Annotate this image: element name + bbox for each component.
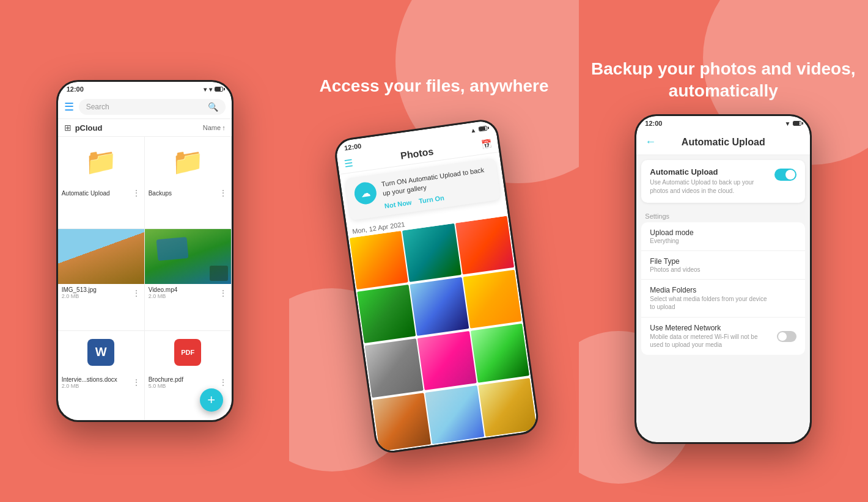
word-icon: W bbox=[87, 339, 114, 366]
search-bar: ☰ Search 🔍 bbox=[58, 95, 232, 119]
settings-metered-value: Mobile data or metered Wi-Fi will not be… bbox=[650, 333, 760, 349]
settings-item-media-folders-left: Media Folders Select what media folders … bbox=[650, 286, 772, 311]
photo-cell-4[interactable] bbox=[357, 285, 416, 343]
photo-cell-7[interactable] bbox=[365, 339, 424, 398]
file-info-word: Intervie...stions.docx 2.0 MB ⋮ bbox=[58, 374, 144, 391]
battery-icon-3 bbox=[793, 121, 801, 126]
photo-grid bbox=[348, 216, 539, 453]
photo-cell-5[interactable] bbox=[410, 277, 469, 336]
more-icon-word[interactable]: ⋮ bbox=[132, 377, 141, 387]
status-bar-3: 12:00 ▼ bbox=[636, 116, 810, 129]
folder-icon-2: 📁 bbox=[172, 147, 204, 176]
file-item-photo-1[interactable]: IMG_513.jpg 2.0 MB ⋮ bbox=[58, 229, 145, 330]
file-details-pdf: Brochure.pdf 5.0 MB bbox=[149, 376, 183, 389]
back-icon[interactable]: ← bbox=[645, 136, 656, 148]
file-size-photo-1: 2.0 MB bbox=[62, 293, 97, 299]
status-bar-1: 12:00 ▾ ▾ bbox=[58, 82, 232, 95]
panel-2-title: Access your files, anywhere bbox=[307, 75, 561, 97]
metered-toggle-knob bbox=[778, 332, 787, 341]
file-header-left: ⊞ pCloud bbox=[64, 123, 103, 133]
file-details-photo-1: IMG_513.jpg 2.0 MB bbox=[62, 286, 97, 299]
panel-backup: Backup your photos and videos, automatic… bbox=[579, 0, 868, 502]
photo-cell-11[interactable] bbox=[425, 385, 484, 444]
battery-icon-2 bbox=[478, 126, 487, 132]
photo-cell-9[interactable] bbox=[471, 324, 529, 382]
more-icon-1[interactable]: ⋮ bbox=[132, 188, 141, 198]
folder-thumb-1: 📁 bbox=[58, 137, 144, 186]
photo-cell-8[interactable] bbox=[417, 332, 476, 390]
settings-file-type-value: Photos and videos bbox=[650, 266, 700, 273]
settings-section-header: Settings bbox=[636, 208, 810, 222]
panel-3-title: Backup your photos and videos, automatic… bbox=[579, 58, 868, 103]
file-size-pdf: 5.0 MB bbox=[149, 383, 183, 389]
phone-mockup-2: 12:00 ▲ ☰ Photos 📅 ☁ bbox=[333, 118, 540, 456]
photo-cell-12[interactable] bbox=[478, 378, 537, 437]
settings-media-folders-value: Select what media folders from your devi… bbox=[650, 295, 772, 311]
file-details-word: Intervie...stions.docx 2.0 MB bbox=[62, 376, 117, 389]
file-details-1: Automatic Upload bbox=[62, 190, 110, 197]
brand-name: pCloud bbox=[75, 123, 103, 133]
panel-file-browser: 12:00 ▾ ▾ ☰ Search 🔍 bbox=[0, 0, 289, 502]
status-icons-2: ▲ bbox=[470, 125, 488, 134]
word-thumb: W bbox=[58, 331, 144, 374]
photo-cell-10[interactable] bbox=[372, 393, 431, 451]
upload-prompt-content: Turn ON Automatic Upload to back up your… bbox=[381, 165, 493, 209]
settings-item-metered[interactable]: Use Metered Network Mobile data or meter… bbox=[641, 318, 805, 355]
file-name-photo-1: IMG_513.jpg bbox=[62, 286, 97, 293]
view-icon[interactable]: ⊞ bbox=[64, 123, 72, 133]
settings-item-file-type[interactable]: File Type Photos and videos bbox=[641, 251, 805, 280]
menu-icon[interactable]: ☰ bbox=[64, 100, 74, 114]
file-info-photo-1: IMG_513.jpg 2.0 MB ⋮ bbox=[58, 284, 144, 302]
phone-screen-1: 12:00 ▾ ▾ ☰ Search 🔍 bbox=[58, 82, 232, 420]
status-icons-1: ▾ ▾ bbox=[204, 86, 223, 93]
photo-cell-1[interactable] bbox=[350, 231, 408, 289]
status-time-3: 12:00 bbox=[645, 120, 662, 127]
file-details-2: Backups bbox=[149, 190, 172, 197]
not-now-button[interactable]: Not Now bbox=[384, 198, 412, 209]
file-item-word[interactable]: W Intervie...stions.docx 2.0 MB ⋮ bbox=[58, 331, 145, 420]
auto-upload-toggle[interactable] bbox=[774, 169, 796, 181]
upload-icon: ☁ bbox=[353, 181, 378, 206]
photo-cell-2[interactable] bbox=[402, 224, 461, 282]
file-info-pdf: Brochure.pdf 5.0 MB ⋮ bbox=[145, 374, 231, 391]
settings-media-folders-name: Media Folders bbox=[650, 286, 772, 294]
photos-calendar-icon[interactable]: 📅 bbox=[480, 139, 492, 150]
photo-cell-3[interactable] bbox=[455, 216, 514, 275]
search-icon[interactable]: 🔍 bbox=[208, 102, 218, 112]
search-placeholder: Search bbox=[86, 103, 109, 111]
more-icon-photo-2[interactable]: ⋮ bbox=[219, 288, 227, 298]
search-input[interactable]: Search 🔍 bbox=[79, 99, 226, 115]
folder-thumb-2: 📁 bbox=[145, 137, 231, 186]
turn-on-button[interactable]: Turn On bbox=[418, 194, 444, 205]
signal-icon-3: ▼ bbox=[784, 120, 790, 127]
settings-list: Upload mode Everything File Type Photos … bbox=[641, 222, 805, 355]
signal-icon: ▾ bbox=[204, 86, 207, 93]
settings-item-media-folders[interactable]: Media Folders Select what media folders … bbox=[641, 280, 805, 318]
phone-mockup-1: 12:00 ▾ ▾ ☰ Search 🔍 bbox=[56, 80, 234, 422]
more-icon-photo-1[interactable]: ⋮ bbox=[132, 288, 141, 298]
file-item-folder-1[interactable]: 📁 Automatic Upload ⋮ bbox=[58, 137, 145, 229]
settings-metered-name: Use Metered Network bbox=[650, 324, 760, 332]
file-header: ⊞ pCloud Name ↑ bbox=[58, 119, 232, 137]
auto-upload-title: Automatic Upload bbox=[650, 167, 768, 176]
photo-cell-6[interactable] bbox=[463, 270, 521, 329]
more-icon-pdf[interactable]: ⋮ bbox=[219, 377, 227, 387]
file-item-photo-2[interactable]: Video.mp4 2.0 MB ⋮ bbox=[145, 229, 232, 330]
more-icon-2[interactable]: ⋮ bbox=[219, 188, 227, 198]
fab-button[interactable]: + bbox=[200, 388, 223, 412]
sort-label[interactable]: Name ↑ bbox=[203, 124, 226, 131]
auto-upload-text: Automatic Upload Use Automatic Upload to… bbox=[650, 167, 768, 195]
settings-item-upload-mode[interactable]: Upload mode Everything bbox=[641, 222, 805, 251]
status-time-1: 12:00 bbox=[67, 85, 84, 93]
settings-file-type-name: File Type bbox=[650, 257, 700, 266]
metered-toggle[interactable] bbox=[777, 331, 796, 342]
panel-photos: Access your files, anywhere 12:00 ▲ ☰ bbox=[289, 0, 578, 502]
file-item-folder-2[interactable]: 📁 Backups ⋮ bbox=[145, 137, 232, 229]
file-size-word: 2.0 MB bbox=[62, 383, 117, 389]
phone-mockup-3: 12:00 ▼ ← Automatic Upload bbox=[634, 114, 812, 444]
file-name-1: Automatic Upload bbox=[62, 190, 110, 197]
file-name-2: Backups bbox=[149, 190, 172, 197]
settings-upload-mode-name: Upload mode bbox=[650, 228, 693, 237]
file-name-pdf: Brochure.pdf bbox=[149, 376, 183, 383]
file-name-word: Intervie...stions.docx bbox=[62, 376, 117, 383]
